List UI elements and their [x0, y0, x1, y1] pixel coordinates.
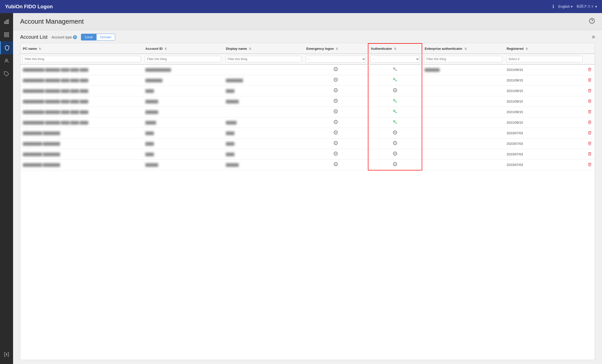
- cell-emergency-logon: [304, 75, 368, 86]
- cell-authenticator: [368, 86, 422, 96]
- cell-account-id: ██████: [143, 160, 223, 170]
- col-emergency-logon: Emergency logon ⇅: [304, 43, 368, 54]
- sort-authenticator[interactable]: ⇅: [394, 47, 396, 50]
- table-row: ██████████ ███████ ████ ████ ████ ██████…: [20, 107, 595, 117]
- account-type-tooltip-icon[interactable]: ?: [73, 35, 77, 39]
- delete-icon[interactable]: [588, 110, 592, 114]
- cell-pc-name: █████████ ████████: [20, 139, 143, 149]
- cell-enterprise-authenticator: [422, 128, 504, 139]
- sort-display-name[interactable]: ⇅: [249, 47, 251, 50]
- delete-icon[interactable]: [588, 142, 592, 146]
- table-row: █████████ ████████ ██████ ██████ 2023/07…: [20, 160, 595, 170]
- cell-display-name: ████████: [223, 75, 304, 86]
- sidebar-item-shield[interactable]: [0, 41, 13, 54]
- btn-local[interactable]: Local: [81, 34, 96, 40]
- sort-emergency-logon[interactable]: ⇅: [336, 47, 338, 50]
- minus-icon: [333, 141, 338, 147]
- cell-enterprise-authenticator: [422, 149, 504, 160]
- minus-icon: [333, 162, 338, 168]
- cell-registered: 2021/09/15: [504, 107, 585, 117]
- sidebar-toggle[interactable]: [0, 348, 13, 361]
- filter-registered-input[interactable]: [506, 56, 583, 62]
- cell-display-name: ████: [223, 128, 304, 139]
- list-view-icon[interactable]: ≡: [592, 34, 595, 40]
- svg-rect-6: [7, 35, 9, 37]
- filter-account-id-input[interactable]: [145, 56, 221, 62]
- cell-enterprise-authenticator: ███████: [422, 64, 504, 75]
- topnav-right: ℹ English ▾ 松田テスト ▾: [552, 4, 597, 9]
- cell-registered: 2023/07/03: [504, 139, 585, 149]
- filter-display-name-input[interactable]: [225, 56, 302, 62]
- cell-display-name: ████: [223, 86, 304, 96]
- delete-icon[interactable]: [588, 152, 592, 157]
- delete-icon[interactable]: [588, 100, 592, 104]
- cell-pc-name: █████████ ████████: [20, 160, 143, 170]
- cell-display-name: [223, 64, 304, 75]
- info-icon[interactable]: ℹ: [552, 4, 554, 9]
- delete-icon[interactable]: [588, 131, 592, 135]
- sidebar-item-tag[interactable]: [0, 67, 13, 80]
- cell-action: [585, 75, 595, 86]
- user-menu[interactable]: 松田テスト ▾: [577, 4, 597, 9]
- cell-account-id: ████████: [143, 75, 223, 86]
- delete-icon[interactable]: [588, 121, 592, 125]
- table-row: █████████ ████████ ████ ████ 2023/07/03: [20, 149, 595, 160]
- filter-emergency-logon-select[interactable]: -: [306, 56, 366, 63]
- filter-authenticator: -: [368, 54, 422, 64]
- cell-emergency-logon: [304, 160, 368, 170]
- minus-icon: [333, 99, 338, 104]
- cell-pc-name: ██████████ ███████ ████ ████ ████: [20, 117, 143, 128]
- cell-account-id: █████: [143, 117, 223, 128]
- cell-pc-name: ██████████ ███████ ████ ████ ████: [20, 86, 143, 96]
- help-icon[interactable]: [589, 18, 595, 25]
- filter-pc-name-input[interactable]: [22, 56, 141, 62]
- sidebar-item-dashboard[interactable]: [0, 28, 13, 41]
- topnav: YubiOn FIDO Logon ℹ English ▾ 松田テスト ▾: [0, 0, 602, 13]
- cell-enterprise-authenticator: [422, 75, 504, 86]
- key-green-icon: [393, 79, 397, 83]
- delete-icon[interactable]: [588, 163, 592, 167]
- filter-authenticator-select[interactable]: -: [370, 56, 420, 63]
- content-area: Account Management Account List Account …: [13, 13, 602, 364]
- svg-rect-2: [8, 20, 9, 24]
- sort-account-id[interactable]: ⇅: [164, 47, 167, 50]
- btn-domain[interactable]: Domain: [96, 34, 115, 40]
- svg-rect-3: [5, 33, 6, 34]
- main-layout: Account Management Account List Account …: [0, 13, 602, 364]
- sidebar-item-chart[interactable]: [0, 15, 13, 28]
- delete-icon[interactable]: [588, 89, 592, 93]
- page-header: Account Management: [13, 13, 602, 30]
- cell-enterprise-authenticator: [422, 107, 504, 117]
- minus-icon: [393, 162, 397, 168]
- sort-registered[interactable]: ⇅: [526, 47, 528, 50]
- cell-authenticator: [368, 128, 422, 139]
- sidebar-bottom: [0, 348, 13, 361]
- sort-pc-name[interactable]: ⇅: [39, 47, 41, 50]
- cell-enterprise-authenticator: [422, 160, 504, 170]
- minus-icon: [333, 109, 338, 115]
- delete-icon[interactable]: [588, 68, 592, 72]
- svg-rect-1: [6, 20, 7, 24]
- cell-display-name: ██████: [223, 96, 304, 107]
- col-display-name: Display name ⇅: [223, 43, 304, 54]
- filter-registered: [504, 54, 585, 64]
- account-table-container: PC name ⇅ Account ID ⇅ Display name ⇅: [20, 43, 595, 360]
- cell-emergency-logon: [304, 86, 368, 96]
- cell-account-id: ████: [143, 149, 223, 160]
- language-selector[interactable]: English ▾: [558, 5, 573, 9]
- sidebar-item-user[interactable]: [0, 54, 13, 67]
- cell-registered: 2021/09/15: [504, 75, 585, 86]
- cell-action: [585, 128, 595, 139]
- filter-pc-name: [20, 54, 143, 64]
- cell-display-name: █████: [223, 117, 304, 128]
- col-enterprise-authenticator: Enterprise authenticator ⇅: [422, 43, 504, 54]
- sort-enterprise-authenticator[interactable]: ⇅: [464, 47, 467, 50]
- cell-account-id: ████: [143, 128, 223, 139]
- filter-enterprise-auth-input[interactable]: [424, 56, 502, 62]
- table-row: █████████ ████████ ████ ████ 2023/07/03: [20, 128, 595, 139]
- cell-authenticator: [368, 117, 422, 128]
- cell-action: [585, 117, 595, 128]
- cell-enterprise-authenticator: [422, 96, 504, 107]
- delete-icon[interactable]: [588, 78, 592, 83]
- cell-display-name: ████: [223, 149, 304, 160]
